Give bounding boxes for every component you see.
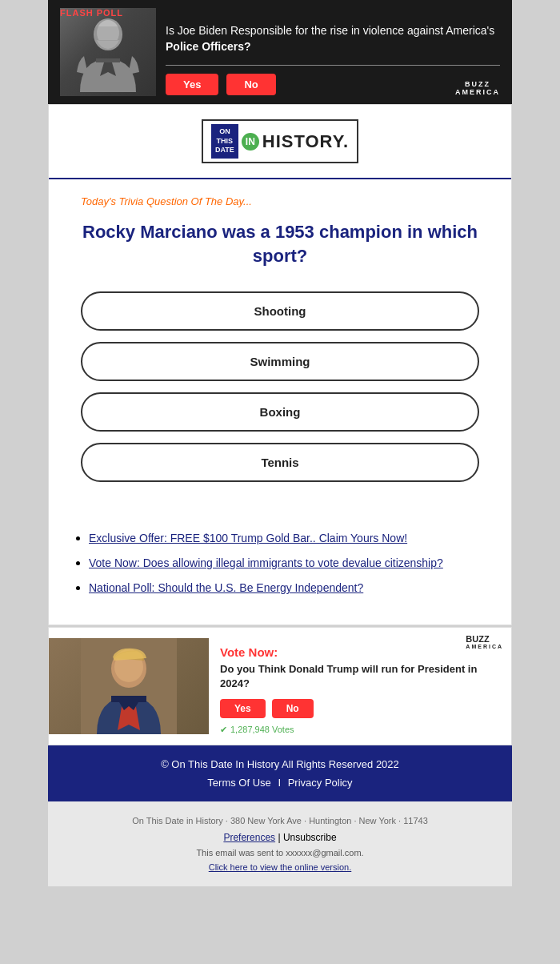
trivia-section: Today's Trivia Question Of The Day... Ro…: [49, 179, 511, 530]
answer-options: Shooting Swimming Boxing Tennis: [81, 291, 479, 482]
ad-votes: ✔ 1,287,948 Votes: [220, 725, 500, 735]
footer-email-text: This email was sent to xxxxxx@gmail.com.: [64, 848, 496, 858]
ad-photo: [49, 638, 209, 734]
trivia-label: Today's Trivia Question Of The Day...: [81, 195, 479, 207]
footer-prefs: Preferences | Unsubscribe: [64, 832, 496, 843]
answer-boxing[interactable]: Boxing: [81, 392, 479, 432]
buzz-america-logo: BUZZ AMERICA: [455, 80, 500, 96]
list-item: Vote Now: Does allowing illegal immigran…: [89, 555, 487, 572]
unsubscribe-link: Unsubscribe: [283, 832, 337, 843]
ad-no-button[interactable]: No: [272, 699, 314, 718]
trivia-question: Rocky Marciano was a 1953 champion in wh…: [81, 220, 479, 267]
footer-light: On This Date in History · 380 New York A…: [48, 801, 512, 886]
svg-rect-3: [96, 58, 120, 62]
ad-content: BUZZ AMERICA Vote Now: Do you Think Dona…: [209, 628, 511, 744]
vote-count: 1,287,948 Votes: [230, 725, 294, 734]
ad-buzz-logo: BUZZ AMERICA: [466, 634, 503, 649]
link-energy-poll[interactable]: National Poll: Should the U.S. Be Energy…: [89, 581, 363, 594]
banner-photo: [60, 8, 156, 96]
svg-rect-7: [111, 696, 146, 702]
flash-poll-label: FLASH POLL: [60, 8, 123, 18]
ad-yes-button[interactable]: Yes: [220, 699, 266, 718]
separator: I: [278, 777, 281, 789]
card-header: ON THIS DATE IN HISTORY.: [49, 105, 511, 179]
list-item: National Poll: Should the U.S. Be Energy…: [89, 580, 487, 596]
copyright-text: © On This Date In History All Rights Res…: [64, 758, 496, 770]
terms-link[interactable]: Terms Of Use: [207, 777, 270, 789]
svg-rect-2: [94, 26, 122, 41]
logo-box: ON THIS DATE: [211, 124, 238, 159]
banner-question: Is Joe Biden Responsible for the rise in…: [166, 23, 500, 54]
banner-yes-button[interactable]: Yes: [166, 74, 218, 95]
trump-image: [81, 638, 177, 734]
bottom-ad-banner: BUZZ AMERICA Vote Now: Do you Think Dona…: [48, 627, 512, 745]
view-online-link[interactable]: Click here to view the online version.: [209, 862, 352, 872]
footer-view: Click here to view the online version.: [64, 862, 496, 872]
history-logo: ON THIS DATE IN HISTORY.: [202, 119, 358, 163]
banner-buttons: Yes No: [166, 74, 500, 95]
flash-poll-banner: FLASH POLL Is Joe Biden Responsible for …: [48, 0, 512, 104]
address-text: On This Date in History · 380 New York A…: [64, 816, 496, 825]
footer-dark-links: Terms Of Use I Privacy Policy: [64, 777, 496, 789]
answer-tennis[interactable]: Tennis: [81, 443, 479, 482]
answer-shooting[interactable]: Shooting: [81, 291, 479, 331]
links-list: Exclusive Offer: FREE $100 Trump Gold Ba…: [73, 530, 487, 596]
ad-vote-label: Vote Now:: [220, 645, 500, 659]
footer-dark: © On This Date In History All Rights Res…: [48, 745, 512, 801]
ad-question: Do you Think Donald Trump will run for P…: [220, 662, 500, 690]
logo-in: IN: [242, 133, 259, 151]
checkmark-icon: ✔: [220, 725, 227, 735]
banner-no-button[interactable]: No: [226, 74, 275, 95]
ad-buttons: Yes No: [220, 699, 500, 718]
link-immigration-vote[interactable]: Vote Now: Does allowing illegal immigran…: [89, 556, 443, 569]
answer-swimming[interactable]: Swimming: [81, 342, 479, 381]
main-card: ON THIS DATE IN HISTORY. Today's Trivia …: [48, 104, 512, 625]
links-section: Exclusive Offer: FREE $100 Trump Gold Ba…: [49, 530, 511, 625]
list-item: Exclusive Offer: FREE $100 Trump Gold Ba…: [89, 530, 487, 547]
logo-text: HISTORY.: [262, 131, 349, 152]
privacy-link[interactable]: Privacy Policy: [288, 777, 353, 789]
preferences-link[interactable]: Preferences: [223, 832, 275, 843]
banner-content: Is Joe Biden Responsible for the rise in…: [166, 9, 500, 94]
link-gold-bar[interactable]: Exclusive Offer: FREE $100 Trump Gold Ba…: [89, 532, 407, 544]
person-image: [72, 12, 144, 92]
